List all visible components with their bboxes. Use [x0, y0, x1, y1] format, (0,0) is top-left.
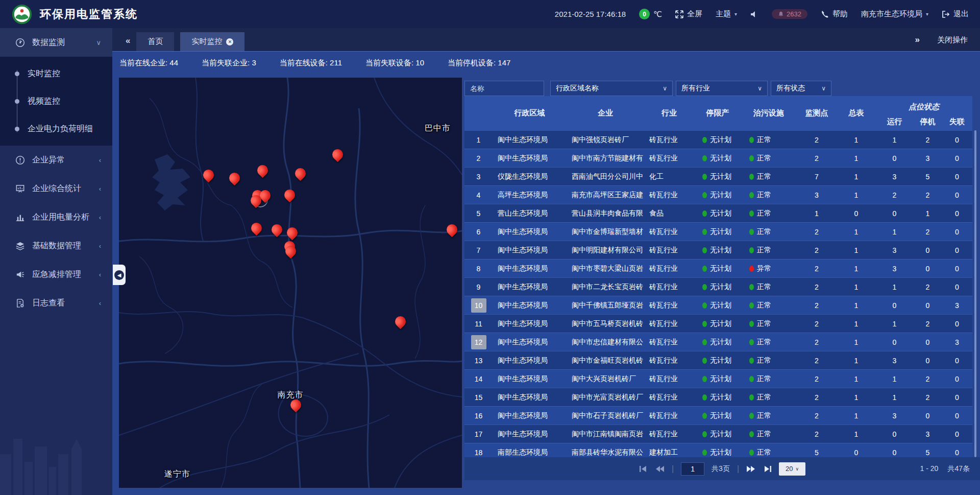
tabs-scroll-left-icon[interactable]: «: [126, 36, 130, 46]
name-search-input[interactable]: [464, 81, 544, 96]
table-row[interactable]: 6阆中生态环境局阆中市金博瑞新型墙材砖瓦行业无计划正常21120: [464, 222, 972, 241]
cell-facility-status: 正常: [741, 319, 796, 328]
status-dot-icon: [749, 413, 754, 419]
cell-facility-status: 异常: [741, 264, 796, 273]
first-page-icon[interactable]: [639, 465, 648, 473]
row-index: 9: [464, 283, 493, 291]
total-label: 共47条: [947, 464, 970, 474]
tabs-scroll-right-icon[interactable]: »: [915, 35, 920, 45]
cell-industry: 砖瓦行业: [644, 411, 694, 420]
table-row[interactable]: 16阆中生态环境局阆中市石子页岩机砖厂砖瓦行业无计划正常21300: [464, 406, 972, 425]
notification-badge[interactable]: 2632: [772, 9, 807, 19]
row-index: 3: [464, 173, 493, 181]
cell-region: 高坪生态环境局: [493, 191, 567, 200]
cell-total-meters: 1: [837, 412, 875, 420]
sidebar-item-enterprise-statistics[interactable]: 企业综合统计 ‹: [0, 174, 112, 203]
tab-close-icon[interactable]: ✕: [226, 38, 233, 45]
cell-region: 阆中生态环境局: [493, 282, 567, 292]
close-operations-button[interactable]: 关闭操作: [937, 35, 968, 45]
status-dot-icon: [749, 450, 754, 456]
fullscreen-button[interactable]: 全屏: [675, 9, 702, 19]
table-row[interactable]: 9阆中生态环境局阆中市二龙长宝页岩砖砖瓦行业无计划正常21120: [464, 277, 972, 296]
cell-stopped: 0: [914, 412, 942, 420]
cell-company: 阆中强锐页岩砖厂: [567, 135, 644, 145]
table-row[interactable]: 3仪陇生态环境局西南油气田分公司川中化工无计划正常71350: [464, 167, 972, 185]
cell-lost: 0: [942, 357, 972, 365]
help-button[interactable]: 帮助: [821, 9, 848, 19]
pager-range: 1 - 20 共47条: [920, 464, 970, 474]
sidebar-item-base-data[interactable]: 基础数据管理 ‹: [0, 231, 112, 260]
chevron-down-icon: ∨: [757, 85, 762, 92]
table-row[interactable]: 8阆中生态环境局阆中市枣碧大梁山页岩砖瓦行业无计划异常21300: [464, 259, 972, 277]
table-row[interactable]: 11阆中生态环境局阆中市五马桥页岩机砖砖瓦行业无计划正常21120: [464, 314, 972, 333]
sidebar-item-emergency-reduction[interactable]: 应急减排管理 ‹: [0, 260, 112, 289]
cell-monitor-points: 2: [796, 338, 837, 346]
table-row[interactable]: 14阆中生态环境局阆中大兴页岩机砖厂砖瓦行业无计划正常21120: [464, 369, 972, 388]
cell-region: 阆中生态环境局: [493, 264, 567, 273]
logout-button[interactable]: 退出: [942, 9, 969, 19]
tab-strip: « 首页 实时监控 ✕ » 关闭操作: [112, 28, 980, 51]
sidebar-item-log-view[interactable]: 日志查看 ‹: [0, 289, 112, 317]
sidebar-item-power-load-detail[interactable]: 企业电力负荷明细: [0, 115, 112, 143]
table-row[interactable]: 18南部生态环境局南部县砖华水泥有限公建材加工无计划正常50050: [464, 443, 972, 457]
cell-region: 仪陇生态环境局: [493, 172, 567, 181]
industry-select[interactable]: 所有行业∨: [676, 81, 768, 96]
region-select[interactable]: 行政区域名称∨: [550, 81, 673, 96]
page-size-select[interactable]: 20∨: [779, 462, 805, 476]
cell-industry: 砖瓦行业: [644, 338, 694, 347]
cell-stopped: 2: [914, 283, 942, 291]
table-row[interactable]: 15阆中生态环境局阆中市光富页岩机砖厂砖瓦行业无计划正常21120: [464, 388, 972, 406]
cell-monitor-points: 2: [796, 357, 837, 365]
cell-facility-status: 正常: [741, 282, 796, 292]
sidebar-item-data-monitor[interactable]: 数据监测 ∨: [0, 28, 112, 57]
table-row[interactable]: 2阆中生态环境局阆中市南方节能建材有砖瓦行业无计划正常21030: [464, 149, 972, 167]
cell-industry: 砖瓦行业: [644, 246, 694, 255]
table-row[interactable]: 12阆中生态环境局阆中市忠信建材有限公砖瓦行业无计划正常21003: [464, 333, 972, 351]
bullet-icon: [15, 127, 19, 131]
prev-page-icon[interactable]: [655, 465, 665, 473]
cell-industry: 砖瓦行业: [644, 374, 694, 384]
cell-stopped: 2: [914, 320, 942, 328]
cell-stopped: 3: [914, 154, 942, 162]
cell-limit-status: 无计划: [694, 319, 741, 328]
table-row[interactable]: 10阆中生态环境局阆中千佛镇五郎垭页岩砖瓦行业无计划正常21003: [464, 296, 972, 314]
next-page-icon[interactable]: [746, 465, 755, 473]
speaker-icon[interactable]: [750, 10, 758, 18]
org-dropdown[interactable]: 南充市生态环境局▾: [861, 9, 928, 19]
cell-total-meters: 1: [837, 430, 875, 438]
status-select[interactable]: 所有状态∨: [771, 81, 831, 96]
table-row[interactable]: 1阆中生态环境局阆中强锐页岩砖厂砖瓦行业无计划正常21120: [464, 130, 972, 149]
cell-lost: 0: [942, 191, 972, 199]
chevron-down-icon: ∨: [821, 85, 826, 92]
table-scrollbar[interactable]: [974, 130, 976, 457]
app-window: 环保用电监管系统 2021-02-25 17:46:18 0 ℃ 全屏 主题▾: [0, 0, 980, 495]
theme-dropdown[interactable]: 主题▾: [716, 9, 737, 19]
cell-industry: 砖瓦行业: [644, 282, 694, 292]
status-dot-icon: [702, 155, 707, 161]
table-row[interactable]: 7阆中生态环境局阆中明阳建材有限公司砖瓦行业无计划正常21300: [464, 241, 972, 259]
table-row[interactable]: 17阆中生态环境局阆中市江南镇阆南页岩砖瓦行业无计划正常21030: [464, 425, 972, 443]
cell-total-meters: 1: [837, 136, 875, 144]
table-row[interactable]: 4高坪生态环境局南充市高坪区王家店建砖瓦行业无计划正常31220: [464, 185, 972, 204]
last-page-icon[interactable]: [763, 465, 772, 473]
sidebar-item-power-analysis[interactable]: 企业用电量分析 ‹: [0, 203, 112, 231]
table-row[interactable]: 5营山生态环境局营山县润丰肉食品有限食品无计划正常10010: [464, 204, 972, 222]
sidebar-item-video-monitor[interactable]: 视频监控: [0, 87, 112, 115]
row-index: 12: [464, 335, 493, 349]
table-row[interactable]: 13阆中生态环境局阆中市金福旺页岩机砖砖瓦行业无计划正常21300: [464, 351, 972, 369]
map-canvas[interactable]: 巴中市南充市遂宁市: [119, 78, 462, 488]
cell-company: 阆中市忠信建材有限公: [567, 338, 644, 347]
tab-realtime-monitor[interactable]: 实时监控 ✕: [180, 32, 244, 51]
cell-region: 阆中生态环境局: [493, 374, 567, 384]
cell-running: 1: [875, 393, 914, 402]
row-index: 16: [464, 412, 493, 420]
sidebar-collapse-handle[interactable]: ◀: [113, 265, 126, 285]
status-dot-icon: [749, 137, 754, 143]
tab-home[interactable]: 首页: [136, 32, 174, 51]
page-number-input[interactable]: [681, 462, 704, 476]
cell-facility-status: 正常: [741, 374, 796, 384]
sidebar-item-enterprise-abnormal[interactable]: 企业异常 ‹: [0, 146, 112, 174]
cell-monitor-points: 2: [796, 265, 837, 273]
cell-region: 阆中生态环境局: [493, 227, 567, 237]
sidebar-item-realtime-monitor[interactable]: 实时监控: [0, 60, 112, 87]
